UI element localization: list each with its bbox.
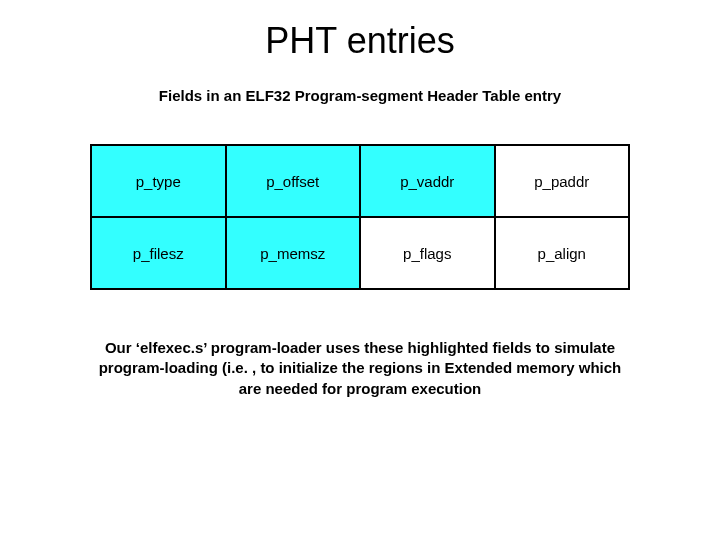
field-cell: p_offset <box>226 145 361 217</box>
page-title: PHT entries <box>0 20 720 62</box>
field-cell: p_vaddr <box>360 145 495 217</box>
field-cell: p_memsz <box>226 217 361 289</box>
subtitle: Fields in an ELF32 Program-segment Heade… <box>0 87 720 104</box>
table-row: p_type p_offset p_vaddr p_paddr <box>91 145 629 217</box>
field-cell: p_filesz <box>91 217 226 289</box>
fields-table: p_type p_offset p_vaddr p_paddr p_filesz… <box>90 144 630 290</box>
field-cell: p_flags <box>360 217 495 289</box>
field-cell: p_type <box>91 145 226 217</box>
pht-fields-table: p_type p_offset p_vaddr p_paddr p_filesz… <box>90 144 630 290</box>
footer-description: Our ‘elfexec.s’ program-loader uses thes… <box>90 338 630 399</box>
table-row: p_filesz p_memsz p_flags p_align <box>91 217 629 289</box>
field-cell: p_paddr <box>495 145 630 217</box>
field-cell: p_align <box>495 217 630 289</box>
